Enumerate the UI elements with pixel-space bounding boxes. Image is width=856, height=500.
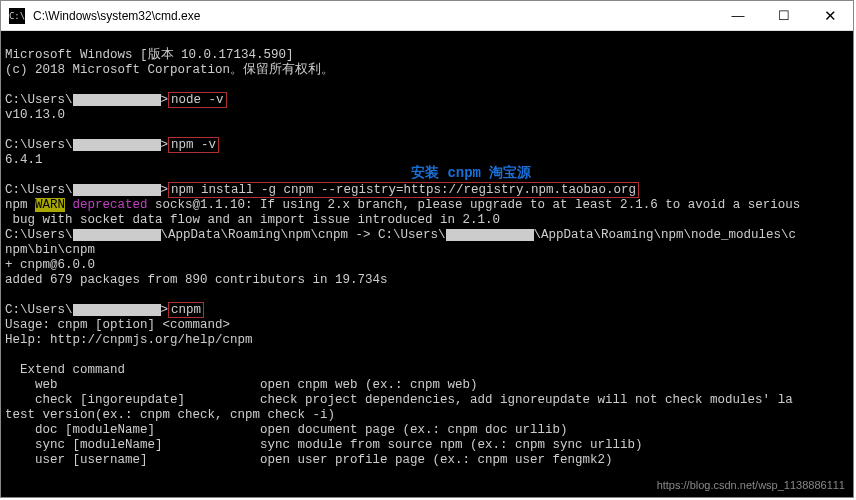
npm-prefix: npm bbox=[5, 198, 35, 212]
redacted-username bbox=[446, 229, 534, 241]
command-cnpm: cnpm bbox=[168, 302, 204, 318]
prompt-gt: > bbox=[161, 183, 169, 197]
redacted-username bbox=[73, 304, 161, 316]
minimize-button[interactable]: — bbox=[715, 1, 761, 30]
output-npm-version: 6.4.1 bbox=[5, 153, 43, 167]
prompt-gt: > bbox=[161, 138, 169, 152]
help-line: Help: http://cnpmjs.org/help/cnpm bbox=[5, 333, 253, 347]
watermark: https://blog.csdn.net/wsp_1138886111 bbox=[657, 478, 845, 493]
path-end: \AppData\Roaming\npm\node_modules\c bbox=[534, 228, 797, 242]
extend-sync: sync [moduleName] sync module from sourc… bbox=[5, 438, 643, 452]
extend-header: Extend command bbox=[5, 363, 125, 377]
header-line2: (c) 2018 Microsoft Corporation。保留所有权利。 bbox=[5, 63, 334, 77]
install-result: + cnpm@6.0.0 bbox=[5, 258, 95, 272]
titlebar[interactable]: C:\ C:\Windows\system32\cmd.exe — ☐ ✕ bbox=[1, 1, 853, 31]
warn-text: socks@1.1.10: If using 2.x branch, pleas… bbox=[148, 198, 801, 212]
redacted-username bbox=[73, 184, 161, 196]
redacted-username bbox=[73, 94, 161, 106]
path-mid: \AppData\Roaming\npm\cnpm -> C:\Users\ bbox=[161, 228, 446, 242]
install-summary: added 679 packages from 890 contributors… bbox=[5, 273, 388, 287]
extend-doc: doc [moduleName] open document page (ex.… bbox=[5, 423, 568, 437]
prompt-gt: > bbox=[161, 93, 169, 107]
extend-check: check [ingoreupdate] check project depen… bbox=[5, 393, 793, 407]
deprecated-label: deprecated bbox=[65, 198, 148, 212]
command-npm-v: npm -v bbox=[168, 137, 219, 153]
warn-badge: WARN bbox=[35, 198, 65, 212]
cmd-icon: C:\ bbox=[9, 8, 25, 24]
path-line2: npm\bin\cnpm bbox=[5, 243, 95, 257]
command-node-v: node -v bbox=[168, 92, 227, 108]
prompt: C:\Users\ bbox=[5, 138, 73, 152]
usage-line: Usage: cnpm [option] <command> bbox=[5, 318, 230, 332]
warn-text-2: bug with socket data flow and an import … bbox=[5, 213, 500, 227]
extend-web: web open cnpm web (ex.: cnpm web) bbox=[5, 378, 478, 392]
command-install-cnpm: npm install -g cnpm --registry=https://r… bbox=[168, 182, 639, 198]
header-line1: Microsoft Windows [版本 10.0.17134.590] bbox=[5, 48, 294, 62]
prompt: C:\Users\ bbox=[5, 93, 73, 107]
window-title: C:\Windows\system32\cmd.exe bbox=[33, 9, 715, 23]
window-controls: — ☐ ✕ bbox=[715, 1, 853, 30]
output-node-version: v10.13.0 bbox=[5, 108, 65, 122]
extend-user: user [username] open user profile page (… bbox=[5, 453, 613, 467]
close-button[interactable]: ✕ bbox=[807, 1, 853, 30]
redacted-username bbox=[73, 139, 161, 151]
prompt-gt: > bbox=[161, 303, 169, 317]
extend-check2: test version(ex.: cnpm check, cnpm check… bbox=[5, 408, 335, 422]
annotation-label: 安装 cnpm 淘宝源 bbox=[411, 166, 531, 181]
maximize-button[interactable]: ☐ bbox=[761, 1, 807, 30]
terminal-body[interactable]: Microsoft Windows [版本 10.0.17134.590] (c… bbox=[1, 31, 853, 497]
prompt: C:\Users\ bbox=[5, 183, 73, 197]
cmd-window: C:\ C:\Windows\system32\cmd.exe — ☐ ✕ Mi… bbox=[0, 0, 854, 498]
path-prefix: C:\Users\ bbox=[5, 228, 73, 242]
prompt: C:\Users\ bbox=[5, 303, 73, 317]
redacted-username bbox=[73, 229, 161, 241]
